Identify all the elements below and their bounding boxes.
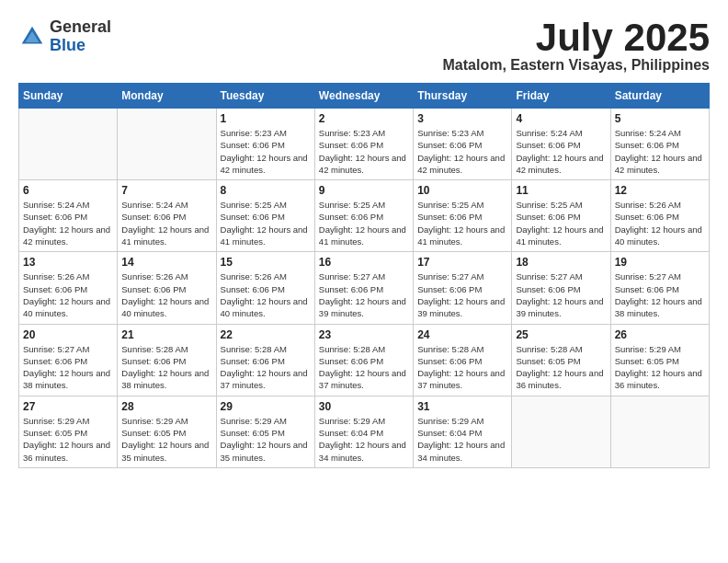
table-row: 8Sunrise: 5:25 AMSunset: 6:06 PMDaylight… <box>216 180 314 252</box>
day-info: Sunrise: 5:23 AMSunset: 6:06 PMDaylight:… <box>319 127 409 176</box>
table-row: 23Sunrise: 5:28 AMSunset: 6:06 PMDayligh… <box>314 324 413 396</box>
table-row: 20Sunrise: 5:27 AMSunset: 6:06 PMDayligh… <box>19 324 118 396</box>
day-number: 29 <box>221 400 311 413</box>
table-row: 31Sunrise: 5:29 AMSunset: 6:04 PMDayligh… <box>414 396 512 467</box>
table-row: 17Sunrise: 5:27 AMSunset: 6:06 PMDayligh… <box>414 252 512 324</box>
logo-general: General <box>50 17 111 36</box>
table-row: 5Sunrise: 5:24 AMSunset: 6:06 PMDaylight… <box>610 109 709 180</box>
day-number: 16 <box>319 256 409 269</box>
table-row: 21Sunrise: 5:28 AMSunset: 6:06 PMDayligh… <box>118 324 216 396</box>
table-row: 1Sunrise: 5:23 AMSunset: 6:06 PMDaylight… <box>216 109 314 180</box>
table-row: 15Sunrise: 5:26 AMSunset: 6:06 PMDayligh… <box>216 252 314 324</box>
day-info: Sunrise: 5:25 AMSunset: 6:06 PMDaylight:… <box>319 199 409 247</box>
calendar-header-row: Sunday Monday Tuesday Wednesday Thursday… <box>19 84 710 109</box>
table-row: 26Sunrise: 5:29 AMSunset: 6:05 PMDayligh… <box>610 324 709 396</box>
day-info: Sunrise: 5:29 AMSunset: 6:04 PMDaylight:… <box>319 415 409 464</box>
logo-text: General Blue <box>50 18 111 55</box>
day-info: Sunrise: 5:29 AMSunset: 6:04 PMDaylight:… <box>417 415 507 464</box>
day-number: 28 <box>121 400 211 413</box>
day-info: Sunrise: 5:25 AMSunset: 6:06 PMDaylight:… <box>417 199 507 247</box>
day-info: Sunrise: 5:29 AMSunset: 6:05 PMDaylight:… <box>615 343 705 392</box>
day-info: Sunrise: 5:23 AMSunset: 6:06 PMDaylight:… <box>221 127 311 176</box>
table-row: 11Sunrise: 5:25 AMSunset: 6:06 PMDayligh… <box>512 180 610 252</box>
logo-blue: Blue <box>50 36 85 54</box>
location-title: Matalom, Eastern Visayas, Philippines <box>443 57 710 74</box>
title-block: July 2025 Matalom, Eastern Visayas, Phil… <box>443 18 710 74</box>
day-info: Sunrise: 5:26 AMSunset: 6:06 PMDaylight:… <box>121 270 211 319</box>
day-info: Sunrise: 5:24 AMSunset: 6:06 PMDaylight:… <box>23 199 113 247</box>
day-number: 19 <box>615 256 705 269</box>
table-row: 7Sunrise: 5:24 AMSunset: 6:06 PMDaylight… <box>118 180 216 252</box>
day-number: 11 <box>516 184 606 197</box>
day-info: Sunrise: 5:27 AMSunset: 6:06 PMDaylight:… <box>516 270 606 319</box>
table-row: 27Sunrise: 5:29 AMSunset: 6:05 PMDayligh… <box>19 396 118 467</box>
day-info: Sunrise: 5:28 AMSunset: 6:06 PMDaylight:… <box>221 343 311 392</box>
day-number: 26 <box>615 328 705 341</box>
table-row <box>118 109 216 180</box>
table-row: 28Sunrise: 5:29 AMSunset: 6:05 PMDayligh… <box>118 396 216 467</box>
day-info: Sunrise: 5:28 AMSunset: 6:06 PMDaylight:… <box>319 343 409 392</box>
day-number: 30 <box>319 400 409 413</box>
day-number: 12 <box>615 184 705 197</box>
header-monday: Monday <box>118 84 216 109</box>
logo: General Blue <box>18 18 111 55</box>
table-row: 16Sunrise: 5:27 AMSunset: 6:06 PMDayligh… <box>314 252 413 324</box>
day-info: Sunrise: 5:26 AMSunset: 6:06 PMDaylight:… <box>221 270 311 319</box>
day-number: 5 <box>615 112 705 125</box>
table-row: 18Sunrise: 5:27 AMSunset: 6:06 PMDayligh… <box>512 252 610 324</box>
logo-icon <box>18 23 46 51</box>
day-number: 31 <box>417 400 507 413</box>
calendar-week-row: 6Sunrise: 5:24 AMSunset: 6:06 PMDaylight… <box>19 180 710 252</box>
day-number: 23 <box>319 328 409 341</box>
day-info: Sunrise: 5:23 AMSunset: 6:06 PMDaylight:… <box>417 127 507 176</box>
table-row: 30Sunrise: 5:29 AMSunset: 6:04 PMDayligh… <box>314 396 413 467</box>
day-info: Sunrise: 5:26 AMSunset: 6:06 PMDaylight:… <box>23 270 113 319</box>
table-row: 24Sunrise: 5:28 AMSunset: 6:06 PMDayligh… <box>414 324 512 396</box>
day-number: 9 <box>319 184 409 197</box>
day-info: Sunrise: 5:28 AMSunset: 6:05 PMDaylight:… <box>516 343 606 392</box>
day-info: Sunrise: 5:24 AMSunset: 6:06 PMDaylight:… <box>516 127 606 176</box>
day-number: 2 <box>319 112 409 125</box>
table-row: 29Sunrise: 5:29 AMSunset: 6:05 PMDayligh… <box>216 396 314 467</box>
table-row: 14Sunrise: 5:26 AMSunset: 6:06 PMDayligh… <box>118 252 216 324</box>
day-info: Sunrise: 5:27 AMSunset: 6:06 PMDaylight:… <box>23 343 113 392</box>
header-friday: Friday <box>512 84 610 109</box>
day-info: Sunrise: 5:24 AMSunset: 6:06 PMDaylight:… <box>121 199 211 247</box>
calendar-week-row: 13Sunrise: 5:26 AMSunset: 6:06 PMDayligh… <box>19 252 710 324</box>
day-info: Sunrise: 5:27 AMSunset: 6:06 PMDaylight:… <box>615 270 705 319</box>
table-row: 10Sunrise: 5:25 AMSunset: 6:06 PMDayligh… <box>414 180 512 252</box>
header-sunday: Sunday <box>19 84 118 109</box>
table-row: 12Sunrise: 5:26 AMSunset: 6:06 PMDayligh… <box>610 180 709 252</box>
calendar-week-row: 20Sunrise: 5:27 AMSunset: 6:06 PMDayligh… <box>19 324 710 396</box>
day-number: 1 <box>221 112 311 125</box>
table-row: 13Sunrise: 5:26 AMSunset: 6:06 PMDayligh… <box>19 252 118 324</box>
calendar-week-row: 27Sunrise: 5:29 AMSunset: 6:05 PMDayligh… <box>19 396 710 467</box>
day-number: 8 <box>221 184 311 197</box>
day-info: Sunrise: 5:25 AMSunset: 6:06 PMDaylight:… <box>221 199 311 247</box>
calendar-table: Sunday Monday Tuesday Wednesday Thursday… <box>18 83 710 468</box>
day-number: 3 <box>417 112 507 125</box>
table-row: 9Sunrise: 5:25 AMSunset: 6:06 PMDaylight… <box>314 180 413 252</box>
table-row: 22Sunrise: 5:28 AMSunset: 6:06 PMDayligh… <box>216 324 314 396</box>
day-number: 13 <box>23 256 113 269</box>
day-info: Sunrise: 5:29 AMSunset: 6:05 PMDaylight:… <box>23 415 113 464</box>
day-number: 6 <box>23 184 113 197</box>
table-row: 25Sunrise: 5:28 AMSunset: 6:05 PMDayligh… <box>512 324 610 396</box>
table-row <box>19 109 118 180</box>
day-number: 10 <box>417 184 507 197</box>
day-info: Sunrise: 5:24 AMSunset: 6:06 PMDaylight:… <box>615 127 705 176</box>
table-row <box>610 396 709 467</box>
header-saturday: Saturday <box>610 84 709 109</box>
day-number: 20 <box>23 328 113 341</box>
day-info: Sunrise: 5:28 AMSunset: 6:06 PMDaylight:… <box>417 343 507 392</box>
table-row <box>512 396 610 467</box>
day-info: Sunrise: 5:27 AMSunset: 6:06 PMDaylight:… <box>319 270 409 319</box>
day-number: 24 <box>417 328 507 341</box>
day-info: Sunrise: 5:27 AMSunset: 6:06 PMDaylight:… <box>417 270 507 319</box>
header-thursday: Thursday <box>414 84 512 109</box>
day-number: 14 <box>121 256 211 269</box>
day-info: Sunrise: 5:28 AMSunset: 6:06 PMDaylight:… <box>121 343 211 392</box>
day-info: Sunrise: 5:29 AMSunset: 6:05 PMDaylight:… <box>121 415 211 464</box>
page-header: General Blue July 2025 Matalom, Eastern … <box>18 18 710 74</box>
table-row: 4Sunrise: 5:24 AMSunset: 6:06 PMDaylight… <box>512 109 610 180</box>
